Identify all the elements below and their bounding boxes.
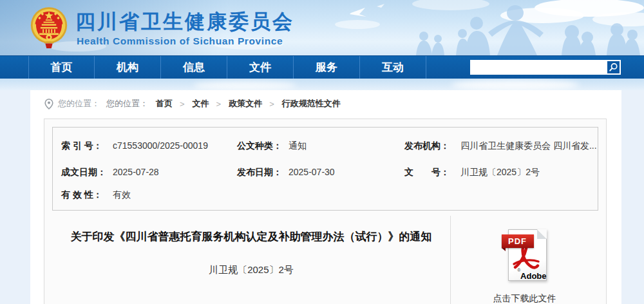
site-title: 四川省卫生健康委员会	[75, 8, 294, 35]
meta-value-written-date: 2025-07-28	[113, 167, 159, 177]
breadcrumb-link-regulatory-docs[interactable]: 行政规范性文件	[282, 98, 341, 109]
site-title-english: Health Commission of Sichuan Province	[77, 35, 283, 47]
cloud-shape	[193, 81, 296, 90]
family-silhouette-icon	[416, 5, 640, 55]
location-pin-icon	[44, 99, 53, 109]
breadcrumb-link-policy-docs[interactable]: 政策文件	[229, 98, 262, 109]
pdf-banner-fold-shape	[502, 248, 506, 251]
pdf-fold-cut-shape	[537, 229, 547, 239]
adobe-swirl-icon	[510, 244, 544, 271]
adobe-brand-label: Adobe	[520, 271, 546, 281]
meta-value-doc-type: 通知	[289, 140, 307, 152]
document-body: 关于印发《四川省普惠托育服务机构认定及补助管理办法（试行）》的通知 川卫规〔20…	[52, 216, 598, 304]
magnifier-icon	[609, 62, 618, 72]
document-metadata-table: 索 引 号： c71553000/2025-00019 公文种类： 通知 发布机…	[52, 127, 598, 211]
search-button[interactable]	[607, 61, 620, 74]
pdf-file-icon[interactable]: PDF ® Adobe	[500, 229, 549, 283]
meta-label-index: 索 引 号：	[61, 140, 102, 152]
main-navbar: 首页 机构 信息 文件 服务 互动	[0, 55, 644, 79]
meta-value-doc-number: 川卫规〔2025〕2号	[460, 167, 540, 178]
meta-label-doc-type: 公文种类：	[237, 140, 282, 152]
site-banner: 四川省卫生健康委员会 Health Commission of Sichuan …	[0, 0, 644, 55]
search-box	[470, 60, 621, 75]
meta-value-issuer: 四川省卫生健康委员会 四川省发...	[460, 140, 597, 152]
download-file-link[interactable]: 点击下载此文件	[451, 293, 598, 304]
meta-value-validity: 有效	[113, 189, 131, 201]
cloud-shape	[451, 80, 580, 90]
nav-item-services[interactable]: 服务	[294, 56, 360, 79]
meta-label-validity: 有 效 性：	[61, 189, 102, 201]
meta-label-written-date: 成文日期：	[61, 167, 106, 178]
document-heading-area: 关于印发《四川省普惠托育服务机构认定及补助管理办法（试行）》的通知 川卫规〔20…	[52, 216, 451, 304]
breadcrumb-link-docs[interactable]: 文件	[193, 98, 209, 109]
nav-item-interact[interactable]: 互动	[360, 56, 426, 79]
breadcrumb-separator: >	[269, 99, 274, 109]
main-content: 您的位置： 您的位置： 首页 > 文件 > 政策文件 > 行政规范性文件 索 引…	[30, 90, 621, 304]
meta-value-index: c71553000/2025-00019	[113, 140, 208, 151]
document-title: 关于印发《四川省普惠托育服务机构认定及补助管理办法（试行）》的通知	[52, 229, 450, 245]
search-input[interactable]	[470, 60, 604, 75]
nav-item-docs[interactable]: 文件	[227, 56, 294, 79]
breadcrumb-separator: >	[180, 99, 185, 109]
breadcrumb-link-home[interactable]: 首页	[156, 98, 173, 109]
breadcrumb-separator: >	[216, 99, 222, 109]
pdf-banner-label: PDF	[502, 234, 534, 248]
download-area: PDF ® Adobe 点击下载此文件	[451, 216, 598, 304]
meta-value-publish-date: 2025-07-30	[289, 167, 335, 177]
breadcrumb-label: 您的位置：	[58, 98, 100, 109]
nav-item-orgs[interactable]: 机构	[95, 56, 161, 79]
breadcrumb: 您的位置： 您的位置： 首页 > 文件 > 政策文件 > 行政规范性文件	[30, 90, 621, 110]
sky-strip	[0, 79, 644, 90]
meta-label-publish-date: 发布日期：	[237, 167, 282, 178]
document-number: 川卫规〔2025〕2号	[52, 264, 450, 276]
nav-item-home[interactable]: 首页	[28, 56, 95, 79]
page: 四川省卫生健康委员会 Health Commission of Sichuan …	[0, 0, 644, 304]
meta-label-doc-number: 文 号：	[404, 167, 450, 178]
meta-label-issuer: 发布机构：	[404, 140, 450, 152]
breadcrumb-label-repeat: 您的位置：	[106, 98, 148, 109]
national-emblem-icon	[30, 5, 68, 51]
nav-item-info[interactable]: 信息	[161, 56, 227, 79]
plane-icon	[350, 4, 384, 17]
document-panel: 索 引 号： c71553000/2025-00019 公文种类： 通知 发布机…	[44, 119, 607, 304]
